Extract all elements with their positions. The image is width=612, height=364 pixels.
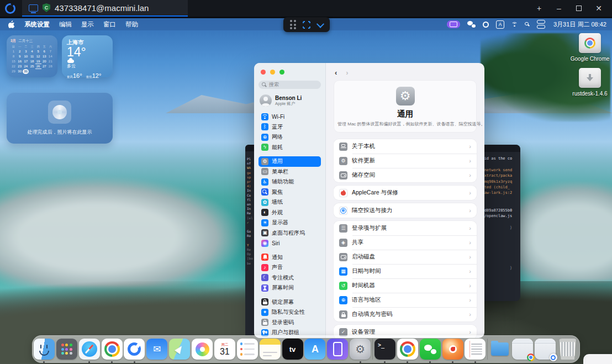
sidebar-item-能耗[interactable]: ϟ能耗: [258, 143, 321, 153]
forward-button[interactable]: ›: [346, 68, 348, 77]
dock-safari[interactable]: [79, 339, 100, 360]
minimize-traffic-light[interactable]: [270, 70, 275, 75]
settings-search-input[interactable]: 搜索: [258, 81, 321, 89]
sidebar-item-菜单栏[interactable]: ▭菜单栏: [258, 167, 321, 177]
sidebar-item-锁定屏幕[interactable]: 锁定屏幕: [258, 297, 321, 308]
dock-finder[interactable]: [34, 339, 55, 360]
dock-terminal[interactable]: >_: [374, 339, 395, 360]
sidebar-item-Wi-Fi[interactable]: Wi-Fi: [258, 112, 321, 122]
dock-calendar[interactable]: 周二31: [214, 339, 235, 360]
menu-bar-clock[interactable]: 3月31日 周二 08:42: [553, 20, 606, 29]
sidebar-item-辅助功能[interactable]: ♿辅助功能: [258, 177, 321, 187]
sidebar-item-label: 声音: [272, 263, 283, 271]
dock-chrome[interactable]: [102, 339, 123, 360]
menu-item-帮助[interactable]: 帮助: [125, 20, 138, 29]
dock-maps[interactable]: [169, 339, 190, 360]
sidebar-item-隐私与安全性[interactable]: ✦隐私与安全性: [258, 307, 321, 318]
glyph-icon: ☀: [261, 219, 268, 226]
sidebar-item-登录密码[interactable]: 登录密码: [258, 318, 321, 328]
dock-iphone-mirroring[interactable]: [327, 339, 348, 360]
sidebar-item-专注模式[interactable]: ☾专注模式: [258, 273, 321, 283]
dock-system-settings[interactable]: ⚙: [350, 339, 371, 360]
calendar-day: 20: [41, 59, 48, 64]
sidebar-item-通用[interactable]: ⚙通用: [258, 156, 321, 167]
wifi-status-icon[interactable]: [511, 22, 518, 27]
screen-sharing-indicator[interactable]: [447, 20, 460, 28]
menu-item-显示[interactable]: 显示: [81, 20, 94, 29]
dock-minimized-window-rustdesk[interactable]: [535, 339, 556, 360]
menu-item-窗口[interactable]: 窗口: [103, 20, 116, 29]
sidebar-item-声音[interactable]: ♪声音: [258, 262, 321, 273]
dock-notes[interactable]: [260, 339, 281, 360]
close-traffic-light[interactable]: [261, 70, 266, 75]
dock-wechat[interactable]: [420, 339, 441, 360]
dock-trash[interactable]: [557, 339, 578, 360]
input-source-icon[interactable]: A: [496, 20, 504, 29]
settings-row-软件更新[interactable]: ⚙软件更新›: [334, 154, 477, 168]
sidebar-item-屏幕时间[interactable]: 屏幕时间: [258, 283, 321, 293]
sidebar-item-label: 隐私与安全性: [272, 308, 305, 316]
remote-session-tab[interactable]: C 437338471@macmini.lan: [22, 0, 188, 17]
rustdesk-status-icon[interactable]: [483, 22, 489, 28]
sidebar-item-桌面与程序坞[interactable]: ▣桌面与程序坞: [258, 228, 321, 239]
menu-item-编辑[interactable]: 编辑: [59, 20, 72, 29]
dock-textedit[interactable]: [465, 339, 486, 360]
settings-card: ☰登录项与扩展›◈共享›启动磁盘›▦日期与时间›↺时间机器›⊕语言与地区›自动填…: [334, 221, 477, 321]
chevron-down-icon[interactable]: [316, 20, 324, 28]
dock-unknown-orange-app[interactable]: [442, 339, 463, 360]
dock-photos[interactable]: [192, 339, 213, 360]
minimize-button[interactable]: –: [549, 4, 569, 13]
photos-widget[interactable]: 处理完成后，照片将在此显示: [7, 93, 113, 144]
desktop-icon-rustdesk-dmg[interactable]: rustdesk-1.4.6: [569, 68, 611, 97]
apple-account-item[interactable]: Benson Li Apple 账户: [260, 94, 320, 107]
dock-apple-tv[interactable]: tv: [282, 339, 303, 360]
settings-row-时间机器[interactable]: ↺时间机器›: [334, 278, 477, 293]
sidebar-item-显示器[interactable]: ☀显示器: [258, 218, 321, 228]
sidebar-item-label: 登录密码: [272, 319, 294, 326]
dock-launchpad[interactable]: [56, 339, 77, 360]
sidebar-item-网络[interactable]: ⊕网络: [258, 132, 321, 143]
settings-row-储存空间[interactable]: 储存空间›: [334, 168, 477, 182]
maximize-button[interactable]: [569, 4, 589, 13]
new-tab-button[interactable]: +: [529, 4, 549, 13]
dock-mail[interactable]: ✉: [146, 339, 167, 360]
sidebar-item-聚焦[interactable]: 聚焦: [258, 187, 321, 198]
sidebar-item-通知[interactable]: 通知: [258, 252, 321, 263]
wechat-status-icon[interactable]: [467, 21, 476, 28]
sidebar-item-外观[interactable]: ◐外观: [258, 208, 321, 218]
control-center-icon[interactable]: [537, 20, 545, 29]
dock-app-store[interactable]: A: [304, 339, 325, 360]
settings-row-自动填充与密码[interactable]: 自动填充与密码›: [334, 307, 477, 321]
calendar-day: 27: [41, 64, 48, 69]
settings-row-登录项与扩展[interactable]: ☰登录项与扩展›: [334, 221, 477, 235]
sidebar-item-墙纸[interactable]: ✿墙纸: [258, 197, 321, 208]
toolbar-grid-handle-icon[interactable]: [290, 20, 296, 29]
settings-row-语言与地区[interactable]: ⊕语言与地区›: [334, 293, 477, 307]
calendar-widget[interactable]: 3月 二月十三 日一二三四五六1234567891011121314151617…: [7, 35, 57, 77]
settings-row-label: 语言与地区: [352, 296, 381, 304]
settings-row-AppleCare 与保修[interactable]: AppleCare 与保修›: [334, 186, 477, 200]
dock-reminders[interactable]: [237, 339, 258, 360]
settings-row-日期与时间[interactable]: ▦日期与时间›: [334, 264, 477, 278]
menu-item-系统设置[interactable]: 系统设置: [24, 20, 50, 29]
back-button[interactable]: ‹: [335, 68, 337, 77]
fullscreen-icon[interactable]: [303, 21, 310, 29]
sidebar-item-Siri[interactable]: ◉Siri: [258, 238, 321, 249]
desktop-icon-google-chrome[interactable]: Google Chrome: [569, 33, 611, 62]
close-button[interactable]: ✕: [589, 4, 609, 13]
settings-row-启动磁盘[interactable]: 启动磁盘›: [334, 250, 477, 264]
settings-row-隔空投送与接力[interactable]: 隔空投送与接力›: [334, 203, 477, 218]
settings-row-共享[interactable]: ◈共享›: [334, 235, 477, 250]
zoom-traffic-light[interactable]: [279, 70, 284, 75]
sidebar-item-蓝牙[interactable]: ᛒ蓝牙: [258, 122, 321, 133]
running-indicator: [384, 361, 386, 363]
dock-rustdesk[interactable]: [124, 339, 145, 360]
weather-widget[interactable]: 上海市 14° 多云 最高16° 最低12°: [62, 35, 113, 77]
apple-menu-icon[interactable]: [8, 20, 15, 28]
dock-chrome-2[interactable]: [397, 339, 418, 360]
calendar-day: 7: [48, 49, 54, 54]
spotlight-icon[interactable]: [525, 22, 530, 27]
dock-downloads-folder[interactable]: [489, 339, 510, 360]
settings-row-关于本机[interactable]: 关于本机›: [334, 139, 477, 154]
dock-minimized-window-chrome[interactable]: [512, 339, 533, 360]
